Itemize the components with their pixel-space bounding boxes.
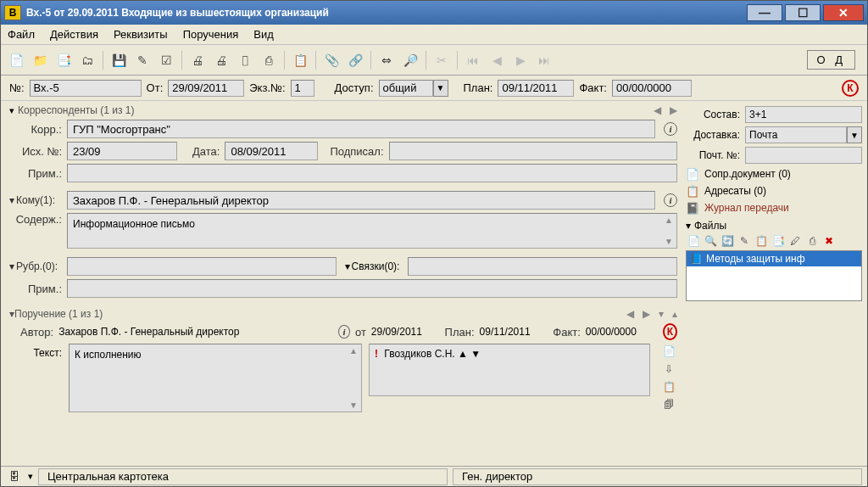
- new-card-icon[interactable]: 🗂: [77, 49, 97, 71]
- content-field[interactable]: Информационное письмо ▲ ▼: [67, 213, 677, 249]
- doc-date-field[interactable]: [168, 80, 244, 97]
- executor-field[interactable]: ! Гвоздиков С.Н. ▲ ▼: [369, 344, 650, 396]
- k-badge[interactable]: К: [663, 323, 677, 340]
- scroll-down-icon[interactable]: ▼: [348, 400, 359, 410]
- scroll-up-icon[interactable]: ▲: [458, 348, 468, 360]
- minimize-button[interactable]: —: [747, 4, 782, 21]
- cut-icon[interactable]: ✂: [431, 49, 452, 71]
- edit-icon[interactable]: ✎: [132, 49, 153, 71]
- info-icon[interactable]: i: [664, 122, 677, 136]
- order-from-field[interactable]: 29/09/2011: [371, 326, 440, 338]
- order-plan-field[interactable]: 09/11/2011: [480, 326, 548, 338]
- maximize-button[interactable]: ☐: [785, 4, 821, 21]
- nav-prev-icon[interactable]: ◀: [487, 49, 507, 71]
- collapse-icon[interactable]: ▾: [9, 105, 14, 116]
- stamp-icon[interactable]: ⌷: [235, 49, 255, 71]
- file-item[interactable]: 📘 Методы защиты инф: [687, 251, 861, 266]
- new-doc-icon[interactable]: 📄: [6, 49, 26, 71]
- checklist-icon[interactable]: ☑: [156, 49, 176, 71]
- attach-icon[interactable]: 📎: [321, 49, 342, 71]
- width-icon[interactable]: ⇔: [376, 49, 397, 71]
- rubr-note-field[interactable]: [67, 279, 677, 298]
- menu-details[interactable]: Реквизиты: [114, 28, 168, 41]
- delivery-select[interactable]: Почта: [745, 126, 847, 143]
- corr-field[interactable]: ГУП "Мосгортранс": [67, 120, 655, 138]
- order-text-field[interactable]: К исполнению ▲ ▼: [69, 344, 362, 412]
- scroll-up-icon[interactable]: ▲: [348, 346, 359, 355]
- file-paste-icon[interactable]: 📋: [754, 233, 769, 249]
- close-button[interactable]: ✕: [823, 4, 864, 21]
- report-icon[interactable]: 📋: [660, 379, 677, 395]
- down-icon[interactable]: ⇩: [660, 361, 677, 377]
- barcode-icon[interactable]: ⎙: [259, 49, 279, 71]
- composition-field[interactable]: 3+1: [745, 106, 862, 123]
- info-icon[interactable]: i: [338, 325, 350, 339]
- collapse-icon[interactable]: ▾: [9, 194, 14, 206]
- file-search-icon[interactable]: 🔍: [703, 233, 718, 249]
- signed-field[interactable]: [389, 142, 677, 160]
- chevron-down-icon[interactable]: ▼: [847, 126, 862, 143]
- collapse-icon[interactable]: ▾: [345, 260, 350, 272]
- corr-prev-icon[interactable]: ◀: [654, 104, 661, 116]
- copy-num-field[interactable]: [291, 80, 314, 97]
- out-num-field[interactable]: 23/09: [67, 142, 177, 160]
- file-delete-icon[interactable]: ✖: [821, 233, 837, 249]
- file-copy-icon[interactable]: 📑: [771, 233, 786, 249]
- transfer-log-link[interactable]: 📓 Журнал передачи: [686, 199, 862, 216]
- file-barcode-icon[interactable]: ⎙: [804, 233, 820, 249]
- menu-actions[interactable]: Действия: [50, 28, 98, 41]
- link-icon[interactable]: 🔗: [345, 49, 365, 71]
- info-icon[interactable]: i: [664, 193, 677, 207]
- file-refresh-icon[interactable]: 🔄: [720, 233, 735, 249]
- rubr-field[interactable]: [67, 257, 337, 276]
- save-icon[interactable]: 💾: [108, 49, 129, 71]
- nav-last-icon[interactable]: ⏭: [534, 49, 554, 71]
- order-up-icon[interactable]: ▴: [672, 308, 677, 320]
- new-item-icon[interactable]: 📑: [53, 49, 74, 71]
- scroll-up-icon[interactable]: ▲: [663, 216, 675, 225]
- to-field[interactable]: Захаров П.Ф. - Генеральный директор: [67, 191, 655, 210]
- dropdown-icon[interactable]: ▾: [28, 471, 33, 482]
- files-list[interactable]: 📘 Методы защиты инф: [686, 250, 862, 301]
- order-prev-icon[interactable]: ◀: [626, 308, 634, 320]
- plan-date-field[interactable]: [498, 80, 574, 97]
- cabinet-panel[interactable]: Центральная картотека: [38, 468, 448, 485]
- addressees-link[interactable]: 📋 Адресаты (0): [686, 182, 862, 199]
- collapse-icon[interactable]: ▾: [686, 220, 691, 232]
- add-order-icon[interactable]: 📄: [660, 344, 677, 359]
- corr-note-field[interactable]: [67, 164, 677, 182]
- correspondents-header[interactable]: ▾ Корреспонденты (1 из 1) ◀ ▶: [9, 103, 677, 118]
- access-value[interactable]: [379, 80, 433, 97]
- nav-next-icon[interactable]: ▶: [510, 49, 531, 71]
- k-badge[interactable]: К: [842, 80, 859, 97]
- doc-number-field[interactable]: [30, 80, 142, 97]
- order-next-icon[interactable]: ▶: [643, 308, 650, 320]
- scroll-down-icon[interactable]: ▼: [470, 348, 481, 360]
- accomp-doc-link[interactable]: 📄 Сопр.документ (0): [686, 165, 862, 182]
- order-down-icon[interactable]: ▾: [659, 308, 664, 320]
- out-date-field[interactable]: 08/09/2011: [225, 142, 318, 160]
- print-preview-icon[interactable]: 🖨: [211, 49, 231, 71]
- order-fact-field[interactable]: 00/00/0000: [586, 326, 654, 338]
- filter-icon[interactable]: 🔎: [400, 49, 420, 71]
- collapse-icon[interactable]: ▾: [9, 260, 14, 272]
- chevron-down-icon[interactable]: ▼: [433, 80, 448, 97]
- menu-orders[interactable]: Поручения: [183, 28, 239, 41]
- register-icon[interactable]: 📋: [290, 49, 310, 71]
- file-edit-icon[interactable]: ✎: [737, 233, 752, 249]
- copy-order-icon[interactable]: 🗐: [660, 397, 677, 412]
- scroll-down-icon[interactable]: ▼: [663, 237, 675, 246]
- role-panel[interactable]: Ген. директор: [453, 468, 862, 485]
- author-field[interactable]: Захаров П.Ф. - Генеральный директор: [58, 326, 330, 338]
- menu-file[interactable]: Файл: [8, 28, 35, 41]
- post-field[interactable]: [745, 147, 862, 164]
- fact-date-field[interactable]: [612, 80, 692, 97]
- cabinet-icon[interactable]: 🗄: [6, 469, 23, 484]
- links-field[interactable]: [408, 257, 677, 276]
- files-header[interactable]: ▾ Файлы: [686, 220, 862, 232]
- menu-view[interactable]: Вид: [253, 28, 274, 41]
- file-add-icon[interactable]: 📄: [686, 233, 701, 249]
- nav-first-icon[interactable]: ⏮: [463, 49, 483, 71]
- file-sign-icon[interactable]: 🖊: [787, 233, 803, 249]
- print-icon[interactable]: 🖨: [187, 49, 208, 71]
